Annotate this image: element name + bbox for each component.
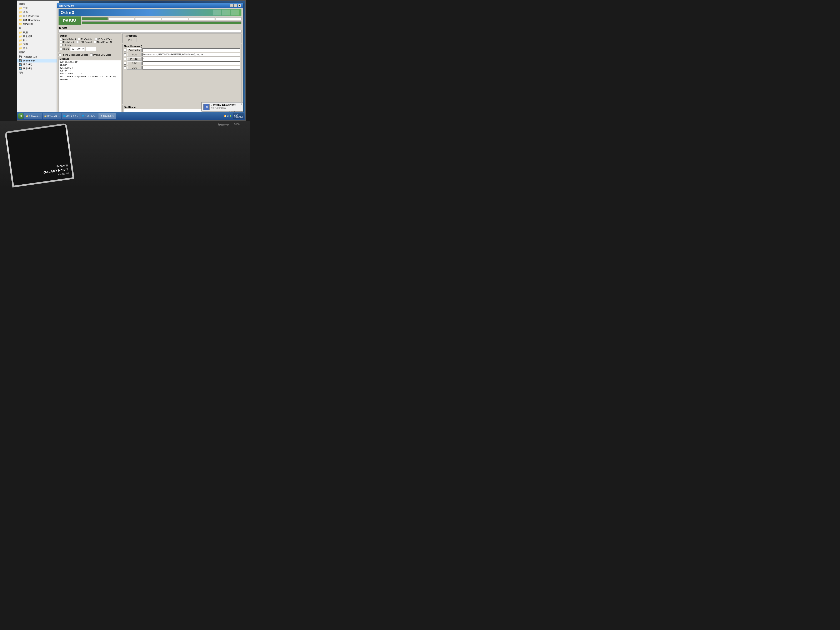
phone-button[interactable]: PHONE: [127, 57, 142, 61]
sidebar-item-wps[interactable]: 📁 WPS网盘: [17, 22, 59, 26]
phone-efs-option[interactable]: Phone EFS Clear: [90, 54, 111, 56]
folder-icon: 📁: [19, 31, 22, 34]
dump-text-field[interactable]: [85, 47, 96, 51]
ums-row: UMS: [124, 66, 240, 69]
progress-bar-3: [135, 17, 161, 20]
sidebar-item-tencent[interactable]: 📁 腾讯视频: [17, 35, 59, 38]
sidebar-item-pictures[interactable]: 📁 图片: [17, 38, 59, 42]
t-flash-checkbox[interactable]: [60, 44, 63, 46]
phone-efs-checkbox[interactable]: [90, 54, 93, 56]
minimize-button[interactable]: _: [230, 4, 234, 7]
message-body[interactable]: system.img.ext4 tz.mbn RQT_CLOSE !! RES …: [59, 60, 121, 115]
folder-icon: 📁: [19, 35, 22, 38]
csc-checkbox[interactable]: [124, 62, 126, 65]
taskbar-item-4[interactable]: 🌐 D:\BaiduNe...: [80, 113, 98, 119]
sidebar-item-c-drive[interactable]: 💾 本地磁盘 (C:): [17, 55, 59, 59]
f-reset-label: F. Reset Time: [98, 38, 112, 40]
sidebar-item-documents[interactable]: 📁 文档: [17, 42, 59, 46]
clock-time: 9:17: [234, 114, 243, 116]
led-control-option[interactable]: LED Control: [76, 41, 92, 43]
dump-select[interactable]: AP RAM: [70, 47, 85, 51]
sidebar-item-downloads[interactable]: 📁 下载: [17, 6, 59, 10]
dump-checkbox[interactable]: [60, 48, 63, 50]
taskbar-icon-2: 📁: [44, 115, 47, 117]
taskbar-item-3[interactable]: 🌐 欢迎使用百...: [62, 113, 80, 119]
t-flash-option[interactable]: T Flash: [60, 44, 71, 46]
folder-icon: 📁: [19, 19, 22, 22]
window-controls: _ □ ✕: [230, 4, 241, 7]
repartition-title: Re-Partition: [124, 35, 240, 37]
ums-path: [142, 66, 240, 69]
flash-lock-option[interactable]: Flash Lock: [60, 41, 74, 43]
taskbar-item-odin[interactable]: ⚙ Odin3 v3.07: [99, 113, 116, 119]
progress-bar-2: [109, 17, 134, 20]
notification-close-button[interactable]: ✕: [240, 103, 242, 105]
sidebar-item-recent[interactable]: 📁 最近访问的位置: [17, 14, 59, 18]
bootloader-checkbox[interactable]: [124, 49, 126, 52]
phone-path: I: [142, 57, 240, 61]
pda-checkbox[interactable]: [124, 53, 126, 56]
sidebar-item-desktop[interactable]: 📁 桌面: [17, 10, 59, 14]
progress-bars-2: [82, 22, 242, 24]
sidebar-item-music[interactable]: 📁 音乐: [17, 46, 59, 50]
phone-checkbox[interactable]: [124, 58, 126, 60]
file-explorer: 收藏夹 📁 下载 📁 桌面 📁 最近访问的位置 📁 2345Downloads …: [17, 1, 59, 120]
bootloader-button[interactable]: Bootloader: [127, 48, 142, 52]
csc-row: CSC: [124, 62, 240, 65]
id-com-label: ID:COM: [58, 27, 242, 29]
screen: 收藏夹 📁 下载 📁 桌面 📁 最近访问的位置 📁 2345Downloads …: [17, 0, 246, 121]
sidebar-item-2345[interactable]: 📁 2345Downloads: [17, 18, 59, 22]
drive-icon: 💾: [19, 59, 22, 62]
close-button[interactable]: ✕: [238, 4, 241, 7]
phone-device: Samsung GALAXY Note 3 SM-N9000: [5, 123, 74, 188]
phone-bootloader-option[interactable]: Phone Bootloader Update: [58, 54, 88, 56]
ums-checkbox[interactable]: [124, 66, 126, 69]
re-partition-option[interactable]: Re-Partition: [78, 38, 93, 40]
auto-reboot-checkbox[interactable]: [60, 38, 63, 40]
taskbar-icon-3: 🌐: [63, 115, 66, 117]
phone-screen: Samsung GALAXY Note 3 SM-N9000: [6, 125, 73, 186]
f-reset-checkbox[interactable]: [95, 38, 98, 40]
folder-icon: 📁: [19, 22, 22, 25]
odin-brand-text: Odin3: [61, 10, 74, 15]
pda-button[interactable]: PDA: [127, 53, 142, 57]
taskbar-item-2[interactable]: 📁 D:\BaiduNe...: [43, 113, 61, 119]
nand-erase-option[interactable]: Nand Erase All: [94, 41, 112, 43]
maximize-button[interactable]: □: [234, 4, 237, 7]
auto-reboot-option[interactable]: Auto Reboot: [60, 38, 76, 40]
option-title: Option: [60, 35, 120, 37]
led-control-label: LED Control: [79, 41, 92, 43]
phone-bootloader-checkbox[interactable]: [58, 54, 61, 56]
taskbar-item-1[interactable]: 📁 D:\BaiduNe...: [24, 113, 42, 119]
ums-button[interactable]: UMS: [127, 66, 142, 69]
led-control-checkbox[interactable]: [76, 41, 79, 43]
taskbar-icon-odin: ⚙: [101, 115, 103, 117]
flash-lock-checkbox[interactable]: [60, 41, 63, 43]
drive-icon: 💾: [19, 63, 22, 66]
sidebar-item-d-drive[interactable]: 💾 software (D:): [17, 59, 59, 63]
csc-button[interactable]: CSC: [127, 62, 142, 65]
message-title: Message: [59, 57, 121, 60]
folder-icon: 📁: [19, 7, 22, 10]
bootloader-row: Bootloader: [124, 48, 240, 52]
odin-window: Odin3 v3.07 _ □ ✕ Odin3 PASS!: [57, 3, 243, 115]
clock: 9:17 2020/10/4: [233, 113, 245, 119]
left-column: Option Auto Reboot Re-Partition: [58, 33, 121, 115]
nand-erase-label: Nand Erase All: [97, 41, 112, 43]
t-flash-label: T Flash: [63, 44, 71, 46]
csc-path: [142, 62, 240, 65]
windows-icon: ⊞: [20, 115, 22, 117]
nand-erase-checkbox[interactable]: [94, 41, 96, 43]
sidebar-item-e-drive[interactable]: 💾 项目 (E:): [17, 63, 59, 66]
drive-icon: 💾: [19, 67, 22, 70]
option-section: Option Auto Reboot Re-Partition: [58, 33, 121, 52]
f-reset-time-option[interactable]: F. Reset Time: [95, 38, 112, 40]
sidebar-item-video[interactable]: 📁 视频: [17, 30, 59, 35]
option-row-2: Flash Lock LED Control Nand Erase All: [60, 41, 120, 43]
pit-button[interactable]: PIT: [124, 38, 136, 42]
message-section: Message system.img.ext4 tz.mbn RQT_CLOSE…: [58, 57, 121, 115]
start-menu-button[interactable]: ⊞: [18, 113, 24, 119]
re-partition-checkbox[interactable]: [78, 38, 81, 40]
sidebar-item-f-drive[interactable]: 💾 娱乐 (F:): [17, 66, 59, 70]
progress-bar-6: [216, 17, 242, 20]
